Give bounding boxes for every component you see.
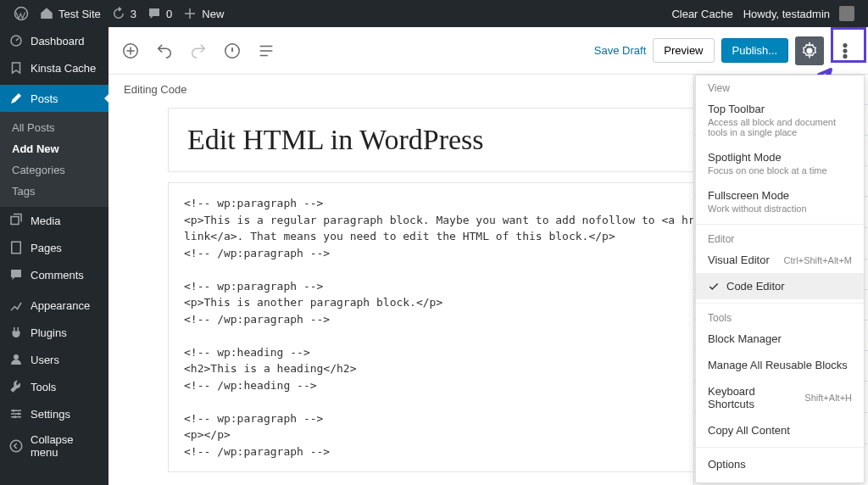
publish-button[interactable]: Publish... <box>721 38 788 63</box>
admin-sidebar: Dashboard Kinsta Cache Posts All Posts A… <box>0 27 108 485</box>
sidebar-sub-tags[interactable]: Tags <box>0 181 108 202</box>
preview-button[interactable]: Preview <box>653 38 714 63</box>
editor-toolbar: Save Draft Preview Publish... <box>108 27 868 75</box>
dropdown-copy-all[interactable]: Copy All Content <box>696 417 864 443</box>
svg-point-15 <box>843 49 847 53</box>
sidebar-item-dashboard[interactable]: Dashboard <box>0 27 108 54</box>
site-name-link[interactable]: Test Site <box>34 6 106 21</box>
svg-point-8 <box>18 413 20 415</box>
sidebar-item-plugins[interactable]: Plugins <box>0 319 108 346</box>
dropdown-fullscreen[interactable]: Fullscreen Mode Work without distraction <box>696 182 864 220</box>
updates-link[interactable]: 3 <box>106 6 142 21</box>
content-structure-button[interactable] <box>219 37 246 64</box>
undo-button[interactable] <box>151 37 178 64</box>
sidebar-sub-categories[interactable]: Categories <box>0 159 108 181</box>
sidebar-posts-submenu: All Posts Add New Categories Tags <box>0 112 108 207</box>
add-block-button[interactable] <box>117 37 144 64</box>
dropdown-section-editor: Editor <box>696 228 864 247</box>
block-nav-button[interactable] <box>253 37 280 64</box>
svg-point-13 <box>807 48 812 53</box>
sidebar-sub-all-posts[interactable]: All Posts <box>0 117 108 138</box>
svg-point-7 <box>13 410 15 412</box>
dropdown-options[interactable]: Options <box>696 451 864 477</box>
sidebar-collapse[interactable]: Collapse menu <box>0 427 108 465</box>
svg-point-3 <box>14 354 19 360</box>
editing-mode-label: Editing Code <box>124 83 186 96</box>
redo-button[interactable] <box>185 37 212 64</box>
sidebar-item-media[interactable]: Media <box>0 207 108 234</box>
check-icon <box>708 281 720 293</box>
dropdown-code-editor[interactable]: Code Editor <box>696 273 864 299</box>
wp-logo[interactable] <box>8 6 34 21</box>
sidebar-item-users[interactable]: Users <box>0 346 108 373</box>
dropdown-spotlight[interactable]: Spotlight Mode Focus on one block at a t… <box>696 144 864 182</box>
sidebar-item-appearance[interactable]: Appearance <box>0 292 108 319</box>
dropdown-block-manager[interactable]: Block Manager <box>696 326 864 352</box>
dropdown-keyboard-shortcuts[interactable]: Keyboard ShortcutsShift+Alt+H <box>696 378 864 417</box>
svg-point-10 <box>10 440 22 452</box>
svg-point-14 <box>843 43 847 47</box>
svg-rect-2 <box>12 242 21 254</box>
sidebar-item-tools[interactable]: Tools <box>0 373 108 400</box>
svg-point-16 <box>843 54 847 58</box>
more-menu-dropdown: View Top Toolbar Access all block and do… <box>695 75 865 483</box>
sidebar-sub-add-new[interactable]: Add New <box>0 138 108 159</box>
editor-main: Save Draft Preview Publish... Editing Co… <box>108 27 868 485</box>
sidebar-item-kinsta[interactable]: Kinsta Cache <box>0 54 108 81</box>
settings-toggle-button[interactable] <box>795 36 824 65</box>
sidebar-item-pages[interactable]: Pages <box>0 234 108 261</box>
more-menu-button[interactable] <box>831 36 860 65</box>
dropdown-top-toolbar[interactable]: Top Toolbar Access all block and documen… <box>696 96 864 144</box>
dropdown-section-tools: Tools <box>696 307 864 326</box>
sidebar-item-comments[interactable]: Comments <box>0 261 108 288</box>
new-link[interactable]: New <box>177 6 229 21</box>
svg-point-9 <box>14 415 16 418</box>
sidebar-item-posts[interactable]: Posts <box>0 85 108 112</box>
dropdown-section-view: View <box>696 77 864 96</box>
admin-bar: Test Site 3 0 New Clear Cache Howdy, tes… <box>0 0 868 27</box>
sidebar-item-settings[interactable]: Settings <box>0 400 108 427</box>
comments-link[interactable]: 0 <box>142 6 177 21</box>
clear-cache-link[interactable]: Clear Cache <box>666 8 737 20</box>
dropdown-visual-editor[interactable]: Visual EditorCtrl+Shift+Alt+M <box>696 247 864 273</box>
howdy-link[interactable]: Howdy, testadmin <box>738 6 860 21</box>
avatar <box>839 6 854 21</box>
save-draft-button[interactable]: Save Draft <box>594 44 646 57</box>
dropdown-reusable-blocks[interactable]: Manage All Reusable Blocks <box>696 352 864 378</box>
